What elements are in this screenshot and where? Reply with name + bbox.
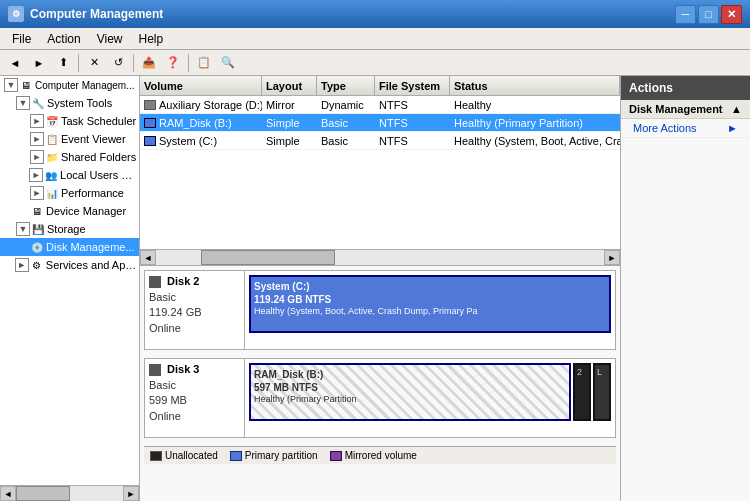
list-hscroll-thumb[interactable] <box>201 250 335 265</box>
disk3-size: 599 MB <box>149 393 240 408</box>
disk3-status: Online <box>149 409 240 424</box>
menu-help[interactable]: Help <box>131 30 172 48</box>
tree-item-performance[interactable]: ► 📊 Performance <box>0 184 139 202</box>
minimize-button[interactable]: ─ <box>675 5 696 24</box>
legend-unallocated: Unallocated <box>150 450 218 461</box>
tree-label-storage: Storage <box>47 223 86 235</box>
cell-vol-1: Auxiliary Storage (D:) <box>140 96 262 113</box>
disk2-partition-c[interactable]: System (C:) 119.24 GB NTFS Healthy (Syst… <box>249 275 611 333</box>
local-users-icon: 👥 <box>44 168 58 182</box>
disk3-unalloc2-label: L <box>597 367 602 377</box>
tree-label-disk: Disk Manageme... <box>46 241 135 253</box>
tree-expander-event[interactable]: ► <box>30 132 44 146</box>
tree-expander-root[interactable]: ▼ <box>4 78 18 92</box>
tree-item-services[interactable]: ► ⚙ Services and Appli... <box>0 256 139 274</box>
cell-vol-3: System (C:) <box>140 132 262 149</box>
list-hscroll-left[interactable]: ◄ <box>140 250 156 265</box>
tree-expander-perf[interactable]: ► <box>30 186 44 200</box>
toolbar-sep1 <box>78 54 79 72</box>
disk3-bar-row: RAM_Disk (B:) 597 MB NTFS Healthy (Prima… <box>249 363 611 421</box>
menu-file[interactable]: File <box>4 30 39 48</box>
actions-title: Actions <box>621 76 750 100</box>
vol-icon-1 <box>144 100 156 110</box>
toolbar-view1[interactable]: 📋 <box>193 53 215 73</box>
legend-mirrored-label: Mirrored volume <box>345 450 417 461</box>
col-header-volume[interactable]: Volume <box>140 76 262 95</box>
disk2-c-size: 119.24 GB NTFS <box>254 293 606 306</box>
performance-icon: 📊 <box>45 186 59 200</box>
legend-primary-label: Primary partition <box>245 450 318 461</box>
col-header-type[interactable]: Type <box>317 76 375 95</box>
cell-status-2: Healthy (Primary Partition) <box>450 114 620 131</box>
tree-item-storage[interactable]: ▼ 💾 Storage <box>0 220 139 238</box>
tree-expander-services[interactable]: ► <box>15 258 29 272</box>
tree-item-local-users[interactable]: ► 👥 Local Users and <box>0 166 139 184</box>
tree-label-services: Services and Appli... <box>46 259 137 271</box>
tree-item-event-viewer[interactable]: ► 📋 Event Viewer <box>0 130 139 148</box>
col-header-filesystem[interactable]: File System <box>375 76 450 95</box>
close-button[interactable]: ✕ <box>721 5 742 24</box>
tree-label-task: Task Scheduler <box>61 115 136 127</box>
disk2-info: Disk 2 Basic 119.24 GB Online <box>145 271 245 349</box>
tree-item-system-tools[interactable]: ▼ 🔧 System Tools <box>0 94 139 112</box>
toolbar-view2[interactable]: 🔍 <box>217 53 239 73</box>
actions-more-actions-label: More Actions <box>633 122 697 134</box>
legend-mirrored: Mirrored volume <box>330 450 417 461</box>
disk3-info: Disk 3 Basic 599 MB Online <box>145 359 245 437</box>
actions-section-disk-mgmt[interactable]: Disk Management ▲ <box>621 100 750 119</box>
disk3-partition-unalloc1[interactable]: 2 <box>573 363 591 421</box>
cell-fs-1: NTFS <box>375 96 450 113</box>
disk3-partition-b[interactable]: RAM_Disk (B:) 597 MB NTFS Healthy (Prima… <box>249 363 571 421</box>
tree-label-root: Computer Managem... <box>35 80 135 91</box>
hscroll-thumb[interactable] <box>16 486 70 501</box>
tree-expander-system-tools[interactable]: ▼ <box>16 96 30 110</box>
toolbar-back[interactable]: ◄ <box>4 53 26 73</box>
tree-expander-task[interactable]: ► <box>30 114 44 128</box>
tree-expander-storage[interactable]: ▼ <box>16 222 30 236</box>
menu-action[interactable]: Action <box>39 30 88 48</box>
cell-layout-3: Simple <box>262 132 317 149</box>
hscroll-right-btn[interactable]: ► <box>123 486 139 501</box>
tree-item-task-scheduler[interactable]: ► 📅 Task Scheduler <box>0 112 139 130</box>
list-header: Volume Layout Type File System Status <box>140 76 620 96</box>
list-row-ramdisk[interactable]: RAM_Disk (B:) Simple Basic NTFS Healthy … <box>140 114 620 132</box>
list-view: Volume Layout Type File System Status Au… <box>140 76 620 266</box>
system-tools-icon: 🔧 <box>31 96 45 110</box>
disk3-b-size: 597 MB NTFS <box>254 381 566 394</box>
toolbar-export[interactable]: 📤 <box>138 53 160 73</box>
actions-more-actions[interactable]: More Actions ► <box>621 119 750 138</box>
col-header-layout[interactable]: Layout <box>262 76 317 95</box>
disk3-partition-unalloc2[interactable]: L <box>593 363 611 421</box>
disk3-unalloc1-label: 2 <box>577 367 582 377</box>
tree-item-device-manager[interactable]: 🖥 Device Manager <box>0 202 139 220</box>
menu-view[interactable]: View <box>89 30 131 48</box>
list-row-system[interactable]: System (C:) Simple Basic NTFS Healthy (S… <box>140 132 620 150</box>
vol-icon-2 <box>144 118 156 128</box>
tree-item-disk-management[interactable]: 💿 Disk Manageme... <box>0 238 139 256</box>
cell-type-1: Dynamic <box>317 96 375 113</box>
tree-item-shared-folders[interactable]: ► 📁 Shared Folders <box>0 148 139 166</box>
maximize-button[interactable]: □ <box>698 5 719 24</box>
toolbar-up[interactable]: ⬆ <box>52 53 74 73</box>
hscroll-track <box>16 486 123 501</box>
list-row-auxiliary[interactable]: Auxiliary Storage (D:) Mirror Dynamic NT… <box>140 96 620 114</box>
tree-item-root[interactable]: ▼ 🖥 Computer Managem... <box>0 76 139 94</box>
tree-expander-local[interactable]: ► <box>29 168 43 182</box>
list-hscroll-right[interactable]: ► <box>604 250 620 265</box>
list-hscroll-track <box>156 250 604 265</box>
hscroll-left-btn[interactable]: ◄ <box>0 486 16 501</box>
tree-expander-shared[interactable]: ► <box>30 150 44 164</box>
toolbar-refresh[interactable]: ↺ <box>107 53 129 73</box>
title-bar: ⚙ Computer Management ─ □ ✕ <box>0 0 750 28</box>
menu-bar: File Action View Help <box>0 28 750 50</box>
disk3-b-status: Healthy (Primary Partition <box>254 394 566 406</box>
disk-panel[interactable]: Disk 2 Basic 119.24 GB Online System (C:… <box>140 266 620 501</box>
toolbar-help[interactable]: ❓ <box>162 53 184 73</box>
disk2-size: 119.24 GB <box>149 305 240 320</box>
toolbar-stop[interactable]: ✕ <box>83 53 105 73</box>
toolbar-forward[interactable]: ► <box>28 53 50 73</box>
list-hscrollbar[interactable]: ◄ ► <box>140 249 620 265</box>
col-header-status[interactable]: Status <box>450 76 620 95</box>
tree-hscrollbar[interactable]: ◄ ► <box>0 485 139 501</box>
cell-layout-2: Simple <box>262 114 317 131</box>
